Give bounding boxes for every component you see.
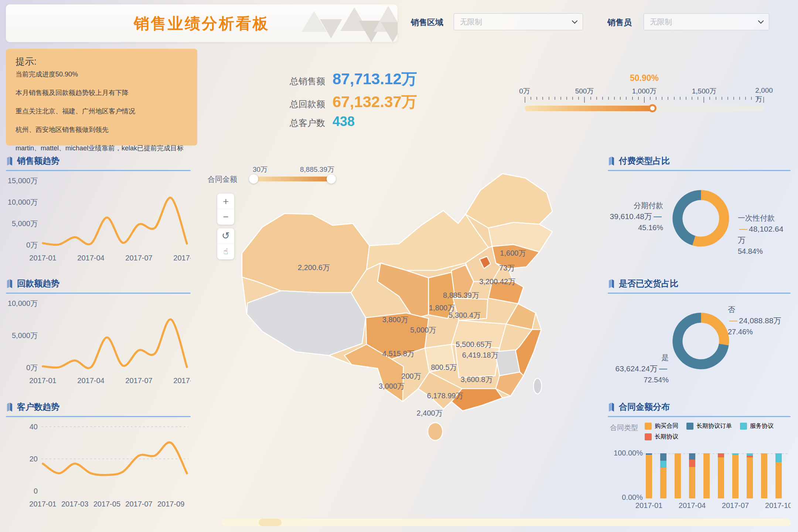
gauge-ruler (525, 97, 764, 103)
filter-label-region: 销售区域 (411, 17, 443, 28)
legend-item[interactable]: 服务协议 (740, 422, 774, 430)
panel-book-icon (6, 156, 13, 166)
stacked-bar[interactable] (646, 453, 652, 498)
stacked-bar[interactable] (747, 453, 753, 498)
panel-sales-trend: 销售额趋势 0万5,000万10,000万15,000万2017-012017-… (6, 155, 191, 277)
svg-text:2017-07: 2017-07 (125, 254, 152, 262)
map-region-value: 6,419.18万 (462, 350, 498, 360)
map-region-value: 2,400万 (417, 408, 443, 418)
legend-item[interactable]: 长期协议 (645, 433, 678, 441)
svg-text:2017-01: 2017-01 (29, 500, 56, 508)
sales-dashboard: { "header": { "title": "销售业绩分析看板", "filt… (0, 0, 798, 532)
panel-title: 是否已交货占比 (619, 278, 678, 289)
svg-text:5,000万: 5,000万 (12, 331, 38, 340)
panel-book-icon (608, 402, 615, 412)
map-legend-max-handle[interactable] (327, 174, 336, 184)
gauge-percent-label: 50.90% (525, 73, 764, 83)
stacked-bar[interactable] (761, 453, 767, 498)
legend-item[interactable]: 购买合同 (645, 422, 678, 430)
hand-select-icon[interactable]: ☝ (217, 244, 234, 259)
map-legend-min-handle[interactable] (249, 174, 258, 184)
y-axis-label: 0.00% (622, 493, 643, 502)
legend-item[interactable]: 长期协议订单 (686, 422, 732, 430)
panel-title: 付费类型占比 (619, 155, 670, 167)
tips-line: 当前完成进度50.90% (16, 70, 188, 79)
panel-title: 合同金额分布 (619, 401, 670, 413)
map-region-value: 3,600.8万 (461, 374, 493, 384)
gauge-track (525, 106, 764, 111)
donut-label: 否24,088.88万27.46% (728, 304, 781, 337)
panel-book-icon (6, 402, 13, 412)
stacked-bar[interactable] (718, 453, 724, 498)
completion-gauge: 50.90% 0万500万1,000万1,500万2,000万 (525, 73, 764, 114)
filter-bar: 销售区域 无限制 销售员 无限制 (405, 13, 793, 32)
y-axis-label: 100.00% (614, 449, 643, 457)
gauge-tick-label: 1,500万 (692, 86, 717, 96)
tips-line: martin、mattel、michael业绩靠前，kelak已提前完成目标 (16, 144, 188, 153)
panel-receipt-trend: 回款额趋势 0万5,000万10,000万2017-012017-042017-… (6, 278, 191, 400)
china-map[interactable] (207, 159, 606, 495)
gauge-fill (525, 106, 652, 111)
legend-title: 合同类型 (610, 423, 638, 433)
map-region-value: 8,885.39万 (443, 290, 479, 300)
zoom-out-button[interactable]: − (217, 209, 234, 225)
svg-text:2017-09: 2017-09 (157, 500, 184, 508)
tips-line: 重点关注北京、福建、广州地区客户情况 (16, 107, 188, 116)
pay-type-donut: 分期付款39,610.48万45.16% 一次性付款48,102.64万54.8… (608, 171, 791, 277)
map-toolbar: ＋ − ↺ ☝ (217, 194, 234, 263)
svg-text:2017-07: 2017-07 (125, 500, 152, 508)
stacked-bar[interactable] (689, 453, 695, 498)
svg-text:2017-10: 2017-10 (173, 376, 191, 385)
horizontal-scrollbar-thumb[interactable] (259, 519, 282, 526)
x-axis-label: 2017-01 (635, 501, 662, 510)
horizontal-scrollbar[interactable] (222, 519, 791, 526)
x-axis-label: 2017-10 (765, 501, 791, 510)
svg-text:20: 20 (30, 455, 38, 463)
svg-text:40: 40 (30, 423, 38, 431)
reset-icon[interactable]: ↺ (217, 228, 234, 244)
salesperson-select[interactable]: 无限制 (644, 13, 769, 30)
stacked-bar[interactable] (675, 453, 681, 498)
stacked-bar[interactable] (732, 453, 739, 498)
panel-customer-trend: 客户数趋势 020402017-012017-032017-052017-072… (6, 401, 191, 519)
kpi-total-sales: 总销售额 87,713.12万 (284, 69, 417, 89)
header-card: 销售业绩分析看板 (6, 4, 398, 42)
map-region-value: 800.5万 (431, 362, 457, 372)
sales-trend-chart: 0万5,000万10,000万15,000万2017-012017-042017… (6, 171, 191, 269)
svg-text:10,000万: 10,000万 (8, 299, 38, 307)
kpi-total-receipts: 总回款额 67,132.37万 (284, 92, 417, 112)
panel-book-icon (6, 279, 13, 289)
kpi-label: 总销售额 (284, 75, 325, 87)
svg-text:0: 0 (34, 487, 38, 495)
kpi-value: 87,713.12万 (332, 69, 417, 89)
china-map-container: 合同金额 30万 8,885.39万 ＋ − ↺ ☝ 2,200.6万1,600… (207, 159, 606, 495)
map-region-value: 5,300.4万 (449, 310, 481, 320)
page-title: 销售业绩分析看板 (6, 13, 398, 34)
region-select[interactable]: 无限制 (454, 13, 583, 30)
svg-text:2017-10: 2017-10 (173, 254, 191, 262)
stacked-bar[interactable] (660, 453, 666, 498)
map-region-value: 3,800万 (382, 314, 408, 324)
map-legend-slider (253, 177, 332, 181)
gauge-handle[interactable] (648, 104, 657, 112)
x-axis-label: 2017-04 (679, 501, 706, 510)
chart-legend: 购买合同长期协议订单服务协议长期协议 (645, 422, 789, 444)
map-region-value: 3,200.42万 (479, 277, 515, 287)
svg-text:10,000万: 10,000万 (8, 198, 38, 206)
donut-label: 一次性付款48,102.64万54.84% (738, 212, 791, 257)
receipt-trend-chart: 0万5,000万10,000万2017-012017-042017-072017… (6, 294, 191, 391)
svg-text:2017-04: 2017-04 (77, 376, 104, 385)
gauge-axis-labels: 0万500万1,000万1,500万2,000万 (525, 86, 764, 95)
svg-text:0万: 0万 (26, 241, 38, 249)
panel-title: 回款额趋势 (17, 278, 59, 289)
panel-title: 销售额趋势 (17, 155, 59, 167)
panel-book-icon (608, 156, 615, 166)
gauge-tick-label: 500万 (575, 86, 594, 96)
map-region-value: 3,000万 (379, 381, 405, 391)
chevron-down-icon (572, 18, 578, 24)
stacked-bar[interactable] (775, 453, 782, 498)
zoom-in-button[interactable]: ＋ (217, 194, 234, 209)
delivered-donut: 否24,088.88万27.46% 是63,624.24万72.54% (608, 294, 791, 400)
stacked-bar[interactable] (703, 453, 710, 498)
svg-text:0万: 0万 (26, 364, 38, 372)
